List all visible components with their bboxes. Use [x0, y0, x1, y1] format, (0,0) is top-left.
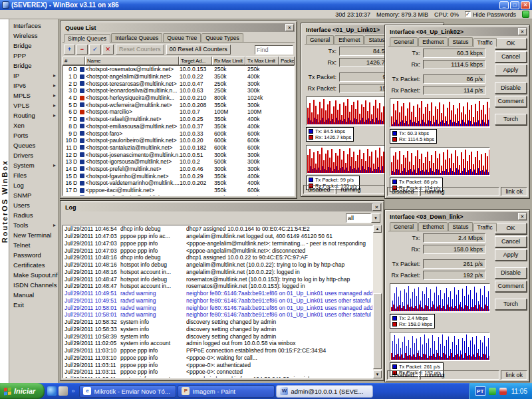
- add-icon[interactable]: +: [64, 45, 75, 55]
- log-row[interactable]: Jul/29/2011 11:02:05system info accounta…: [63, 340, 372, 347]
- task-button-admin-10-0-0-1-seve[interactable]: Wadmin@10.0.0.1 (SEVE...: [276, 385, 373, 398]
- queue-row[interactable]: 14D<hotspot-prefel@multlink.net>10.0.0.4…: [63, 166, 294, 173]
- tab-ethernet[interactable]: Ethernet: [418, 37, 448, 46]
- comment-button[interactable]: Comment: [495, 281, 527, 292]
- interface-titlebar[interactable]: Interface <04_Up_Link02>✕: [387, 27, 527, 36]
- queue-row[interactable]: 18D<pppoe-celiooliveira@multlink.net>500…: [63, 194, 294, 196]
- sidebar-item-vpls[interactable]: VPLS▸: [9, 100, 58, 110]
- quick-launch-icon-1[interactable]: [47, 386, 57, 396]
- log-row[interactable]: Jul/29/2011 10:48:47hotspot info debugro…: [63, 275, 372, 283]
- log-row[interactable]: Jul/29/2011 11:03:11pppoe ppp info<pppoe…: [63, 368, 372, 376]
- log-row[interactable]: Jul/29/2011 10:47:03pppoe ppp info<pppoe…: [63, 240, 372, 247]
- task-button-mikrotik-enviar-novo-t[interactable]: eMikrotik - Enviar Novo Tó...: [79, 385, 176, 398]
- column-header-rx-max-limit[interactable]: Rx Max Limit: [212, 57, 245, 65]
- log-filter-select[interactable]: all ▾: [346, 213, 380, 223]
- sidebar-item-make-supout-rif[interactable]: Make Supout.rif: [9, 270, 58, 280]
- queue-row[interactable]: 2D<hotspot-teresarosas@multlink.net>10.0…: [63, 80, 294, 87]
- sidebar-item-interfaces[interactable]: Interfaces: [9, 21, 58, 31]
- find-input[interactable]: [255, 45, 293, 55]
- sidebar-item-ipv6[interactable]: IPv6▸: [9, 80, 58, 90]
- sidebar-item-system[interactable]: System▸: [9, 160, 58, 170]
- tab-general[interactable]: General: [390, 37, 418, 46]
- log-row[interactable]: Jul/29/2011 10:58:33system infodiscovery…: [63, 326, 372, 333]
- scroll-up-icon[interactable]: ▲: [373, 225, 382, 233]
- sidebar-item-bridge[interactable]: Bridge: [9, 41, 58, 51]
- sidebar-item-bridge[interactable]: Bridge: [9, 61, 58, 70]
- queue-row[interactable]: 3D<hotspot-leonardosilva@multlink.n...10…: [63, 87, 294, 94]
- reset-counters-button[interactable]: Reset Counters: [116, 45, 164, 55]
- disable-icon[interactable]: ✕: [102, 45, 114, 55]
- sidebar-item-queues[interactable]: Queues: [9, 140, 58, 150]
- close-icon[interactable]: ✕: [372, 203, 381, 211]
- cancel-button[interactable]: Cancel: [495, 236, 527, 247]
- scroll-down-icon[interactable]: ▼: [373, 370, 382, 378]
- tray-icon-2[interactable]: [499, 388, 507, 395]
- sidebar-item-telnet[interactable]: Telnet: [9, 240, 58, 250]
- sidebar-item-ports[interactable]: Ports: [9, 130, 58, 140]
- queue-row[interactable]: 8D<hotspot-emiliasousa@multlink.net>10.0…: [63, 123, 294, 130]
- sidebar-item-log[interactable]: Log: [9, 180, 58, 190]
- sidebar-item-new-terminal[interactable]: New Terminal: [9, 230, 58, 240]
- tab-general[interactable]: General: [306, 35, 334, 44]
- chevron-down-icon[interactable]: ▾: [371, 213, 380, 223]
- tab-ethernet[interactable]: Ethernet: [334, 35, 364, 44]
- log-row[interactable]: Jul/29/2011 10:58:32system infodiscovery…: [63, 319, 372, 326]
- sidebar-item-ip[interactable]: IP▸: [9, 70, 58, 80]
- sidebar-item-radius[interactable]: Radius: [9, 210, 58, 220]
- language-indicator[interactable]: PT: [475, 386, 485, 396]
- sidebar-item-tools[interactable]: Tools▸: [9, 220, 58, 230]
- queue-row[interactable]: 16D<hotspot-valdetemarinho@multlink....1…: [63, 180, 294, 187]
- log-row[interactable]: Jul/29/2011 11:03:11pppoe ppp info<pppoe…: [63, 361, 372, 368]
- queue-row[interactable]: 11D<hotspot-santaluzia@multlink.net>10.0…: [63, 144, 294, 152]
- log-row[interactable]: Jul/29/2011 10:48:16hotspot account in..…: [63, 269, 372, 276]
- close-icon[interactable]: ✕: [518, 213, 527, 220]
- tab-general[interactable]: General: [390, 222, 418, 231]
- torch-button[interactable]: Torch: [495, 114, 527, 125]
- sidebar-item-ppp[interactable]: PPP: [9, 51, 58, 61]
- queue-row[interactable]: 4D<hotspot-herleysiqueira@multlink...10.…: [63, 94, 294, 102]
- start-button[interactable]: Iniciar: [0, 383, 45, 399]
- log-row[interactable]: Jul/29/2011 11:03:11system info accountu…: [63, 376, 372, 378]
- disable-button[interactable]: Disable: [495, 267, 527, 279]
- tab-queue-tree[interactable]: Queue Tree: [163, 33, 201, 42]
- tab-simple-queues[interactable]: Simple Queues: [64, 34, 110, 43]
- scrollbar-thumb[interactable]: [373, 293, 382, 369]
- queue-list-titlebar[interactable]: Queue List ✕: [63, 23, 295, 32]
- log-row[interactable]: Jul/29/2011 10:47:03pppoe ppp info<pppoe…: [63, 247, 372, 254]
- restore-button[interactable]: □: [510, 1, 519, 9]
- sidebar-item-mpls[interactable]: MPLS▸: [9, 90, 58, 100]
- cancel-button[interactable]: Cancel: [495, 51, 527, 63]
- tab-queue-types[interactable]: Queue Types: [201, 33, 243, 42]
- log-row[interactable]: Jul/29/2011 10:58:01radvd warningneighbo…: [63, 304, 372, 311]
- column-header-tx-max-limit[interactable]: Tx Max Limit: [245, 57, 279, 65]
- hide-passwords-checkbox[interactable]: ✓: [465, 11, 471, 17]
- interface-titlebar[interactable]: Interface <03_Down_link>✕: [387, 212, 527, 221]
- log-row[interactable]: Jul/29/2011 11:03:10pppoe ppp infoPPPoE …: [63, 347, 372, 354]
- tab-status[interactable]: Status: [448, 222, 472, 231]
- column-header-packets[interactable]: Packe...: [279, 57, 295, 65]
- window-titlebar[interactable]: (SEVEREX) - WinBox v3.11 on x86 _ □ ✕: [0, 0, 532, 10]
- log-titlebar[interactable]: Log ✕: [63, 203, 382, 211]
- sidebar-item-exit[interactable]: Exit: [9, 300, 58, 310]
- log-scrollbar[interactable]: ▲ ▼: [373, 225, 382, 378]
- close-icon[interactable]: ✕: [285, 24, 294, 31]
- log-row[interactable]: Jul/29/2011 10:48:16dhcp info debugdhcp1…: [63, 254, 372, 261]
- sidebar-item-files[interactable]: Files: [9, 170, 58, 180]
- sidebar-item-manual[interactable]: Manual: [9, 290, 58, 300]
- ok-button[interactable]: OK: [495, 38, 527, 49]
- log-row[interactable]: Jul/29/2011 10:49:51radvd warningneighbo…: [63, 297, 372, 305]
- sidebar-item-wireless[interactable]: Wireless: [9, 31, 58, 41]
- comment-button[interactable]: Comment: [495, 96, 527, 107]
- task-button-imagem-paint[interactable]: PImagem - Paint: [178, 385, 275, 398]
- log-row[interactable]: Jul/29/2011 10:58:39system infodiscovery…: [63, 332, 372, 340]
- log-row[interactable]: Jul/29/2011 10:48:47hotspot account in..…: [63, 283, 372, 290]
- log-row[interactable]: Jul/29/2011 10:47:03pppoe ppp info ac...…: [63, 233, 372, 240]
- queue-row[interactable]: 13D<hotspot-igorsousa@multlink.net>10.0.…: [63, 158, 294, 166]
- apply-button[interactable]: Apply: [495, 65, 527, 76]
- quick-launch-overflow-icon[interactable]: »: [71, 388, 74, 394]
- apply-button[interactable]: Apply: [495, 249, 527, 261]
- reset-all-counters-button[interactable]: 00 Reset All Counters: [166, 45, 231, 55]
- log-row[interactable]: Jul/29/2011 11:03:10pppoe ppp info<pppoe…: [63, 354, 372, 362]
- torch-button[interactable]: Torch: [495, 299, 527, 310]
- tab-status[interactable]: Status: [448, 37, 472, 46]
